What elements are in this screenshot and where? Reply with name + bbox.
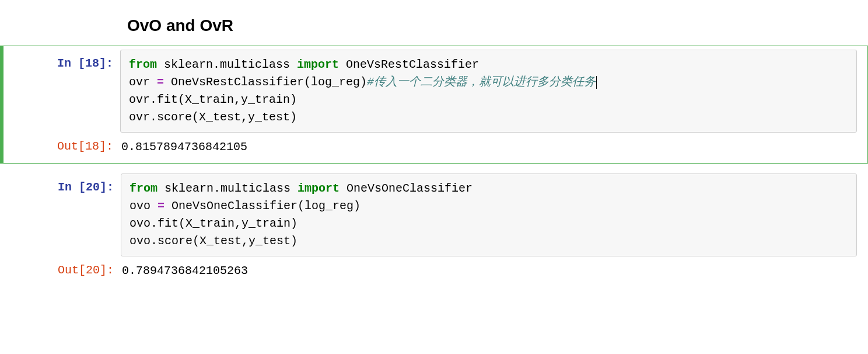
input-prompt: In [20]: — [1, 173, 121, 195]
output-prompt: Out[18]: — [4, 133, 120, 154]
operator-equals: = — [158, 199, 164, 213]
code-input-area[interactable]: from sklearn.multiclass import OneVsOneC… — [121, 173, 857, 256]
section-heading: OvO and OvR — [0, 0, 868, 46]
code-text: ovo — [130, 199, 158, 213]
output-prompt: Out[20]: — [1, 256, 121, 278]
output-value: 0.7894736842105263 — [121, 256, 867, 283]
code-cell[interactable]: In [20]: from sklearn.multiclass import … — [0, 169, 868, 287]
code-text: ovr — [129, 75, 157, 89]
code-text: ovo.score(X_test,y_test) — [130, 234, 298, 248]
input-prompt: In [18]: — [4, 50, 120, 71]
code-text: sklearn.multiclass — [157, 58, 297, 71]
code-input-area[interactable]: from sklearn.multiclass import OneVsRest… — [120, 50, 857, 133]
output-value: 0.8157894736842105 — [120, 133, 867, 159]
code-comment: #传入一个二分类器，就可以进行多分类任务 — [367, 75, 596, 89]
keyword-import: import — [298, 182, 340, 195]
keyword-from: from — [129, 58, 157, 71]
code-cell[interactable]: In [18]: from sklearn.multiclass import … — [0, 46, 868, 164]
text-cursor — [596, 76, 597, 89]
code-text: OneVsOneClassifier — [340, 182, 473, 195]
code-text: OneVsOneClassifier(log_reg) — [164, 199, 360, 213]
operator-equals: = — [157, 75, 164, 89]
code-text: OneVsRestClassifier — [339, 58, 479, 71]
code-text: ovr.fit(X_train,y_train) — [129, 93, 297, 106]
keyword-import: import — [297, 58, 339, 71]
code-text: ovo.fit(X_train,y_train) — [130, 217, 298, 230]
code-text: OneVsRestClassifier(log_reg) — [164, 75, 367, 89]
code-text: sklearn.multiclass — [158, 182, 298, 195]
keyword-from: from — [130, 182, 158, 195]
code-text: ovr.score(X_test,y_test) — [129, 110, 297, 124]
